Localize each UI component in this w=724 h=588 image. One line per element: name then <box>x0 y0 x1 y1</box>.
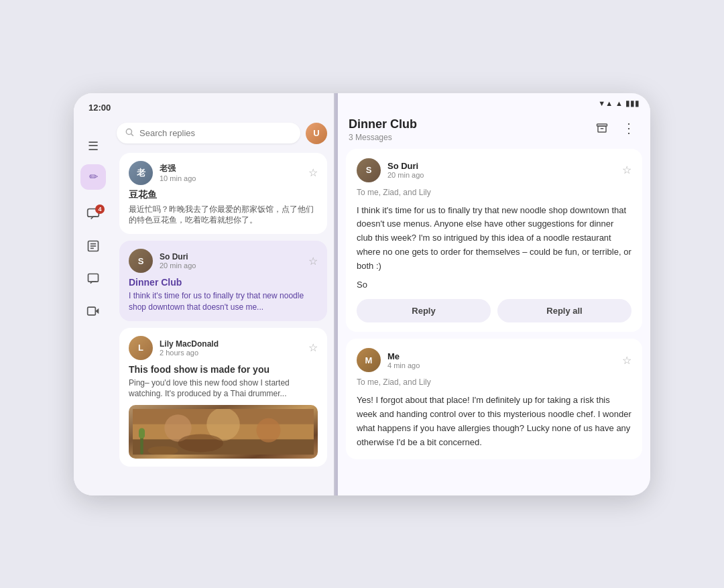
user-avatar[interactable]: U <box>306 123 327 144</box>
email-meta-1: So Duri 20 min ago <box>387 161 615 179</box>
sidebar-item-comments[interactable] <box>80 268 106 293</box>
more-button[interactable]: ⋮ <box>618 117 640 139</box>
svg-point-15 <box>257 418 281 443</box>
email-to-1: To me, Ziad, and Lily <box>357 188 631 197</box>
svg-line-9 <box>131 134 133 136</box>
device-frame: 12:00 ☰ ✏ 4 <box>74 93 650 495</box>
svg-rect-6 <box>88 307 96 315</box>
sidebar-item-chat[interactable]: 4 <box>80 203 106 229</box>
messages-list: U 老 老强 10 min ago ☆ 豆花鱼 最近忙吗？昨晚我去了你最爱的那家… <box>113 93 334 495</box>
email-card-1: S So Duri 20 min ago ☆ To me, Ziad, and … <box>346 149 642 333</box>
message-title-1: 豆花鱼 <box>129 189 318 201</box>
archive-button[interactable] <box>591 117 613 139</box>
message-title-2: Dinner Club <box>129 277 318 288</box>
sender-name-1: 老强 <box>160 163 302 174</box>
signal-icon: ▲ <box>615 99 623 107</box>
sidebar-item-video[interactable] <box>80 300 106 325</box>
search-input[interactable] <box>139 128 292 138</box>
thread-count: 3 Messages <box>349 133 417 142</box>
sender-name-2: So Duri <box>160 252 302 261</box>
message-title-3: This food show is made for you <box>129 364 318 375</box>
reply-all-button[interactable]: Reply all <box>497 299 631 322</box>
search-icon <box>125 127 134 139</box>
message-card-2[interactable]: S So Duri 20 min ago ☆ Dinner Club I thi… <box>119 241 327 321</box>
left-time: 12:00 <box>82 99 117 113</box>
card-meta-3: Lily MacDonald 2 hours ago <box>160 339 302 357</box>
menu-icon: ☰ <box>88 139 99 154</box>
svg-rect-5 <box>88 274 99 282</box>
email-body-2: Yes! I forgot about that place! I'm defi… <box>357 394 631 449</box>
email-star-2[interactable]: ☆ <box>622 354 631 367</box>
food-image <box>129 405 318 459</box>
star-icon-2[interactable]: ☆ <box>308 255 318 268</box>
search-bar[interactable] <box>117 123 300 143</box>
header-actions: ⋮ <box>591 117 640 139</box>
svg-point-16 <box>178 434 224 453</box>
sender-name-3: Lily MacDonald <box>160 339 302 349</box>
star-icon-3[interactable]: ☆ <box>308 341 318 354</box>
avatar-so: S <box>129 249 153 273</box>
email-sender-2: Me <box>387 351 615 361</box>
sidebar: 12:00 ☰ ✏ 4 <box>74 93 113 495</box>
thread-title: Dinner Club <box>349 117 417 131</box>
notes-icon <box>86 239 100 256</box>
email-sign-1: So <box>357 280 631 290</box>
chat-badge: 4 <box>95 204 105 214</box>
battery-icon: ▮▮▮ <box>625 99 640 108</box>
time-ago-2: 20 min ago <box>160 261 302 270</box>
reply-button[interactable]: Reply <box>357 299 491 322</box>
star-icon-1[interactable]: ☆ <box>308 166 318 179</box>
email-time-1: 20 min ago <box>387 171 615 179</box>
email-to-2: To me, Ziad, and Lily <box>357 377 631 387</box>
avatar-lao: 老 <box>129 161 153 185</box>
email-time-2: 4 min ago <box>387 361 615 369</box>
message-preview-3: Ping– you'd love this new food show I st… <box>129 377 318 400</box>
email-meta-2: Me 4 min ago <box>387 351 615 369</box>
svg-point-8 <box>126 129 131 134</box>
email-messages: S So Duri 20 min ago ☆ To me, Ziad, and … <box>338 149 650 495</box>
reply-actions: Reply Reply all <box>357 299 631 322</box>
time-ago-1: 10 min ago <box>160 174 302 182</box>
time-ago-3: 2 hours ago <box>160 349 302 357</box>
sidebar-item-menu[interactable]: ☰ <box>80 133 106 159</box>
email-star-1[interactable]: ☆ <box>622 164 631 176</box>
left-panel: 12:00 ☰ ✏ 4 <box>74 93 335 495</box>
email-body-1: I think it's time for us to finally try … <box>357 204 631 274</box>
email-avatar-so: S <box>357 158 381 182</box>
message-preview-1: 最近忙吗？昨晚我去了你最爱的那家饭馆，点了他们的特色豆花鱼，吃着吃着就想你了。 <box>129 204 318 227</box>
message-card-3[interactable]: L Lily MacDonald 2 hours ago ☆ This food… <box>119 328 327 467</box>
avatar-lily: L <box>129 336 153 360</box>
email-sender-1: So Duri <box>387 161 615 171</box>
wifi-icon: ▼▲ <box>598 99 613 107</box>
comment-icon <box>86 272 100 288</box>
message-card-1[interactable]: 老 老强 10 min ago ☆ 豆花鱼 最近忙吗？昨晚我去了你最爱的那家饭馆… <box>119 153 327 235</box>
svg-rect-18 <box>139 428 145 439</box>
thread-title-group: Dinner Club 3 Messages <box>349 117 417 142</box>
sidebar-item-compose[interactable]: ✏ <box>80 164 106 190</box>
message-preview-2: I think it's time for us to finally try … <box>129 290 318 313</box>
compose-icon: ✏ <box>89 170 98 183</box>
email-avatar-me: M <box>357 348 381 372</box>
thread-header: Dinner Club 3 Messages ⋮ <box>338 108 650 149</box>
video-icon <box>86 304 100 320</box>
email-card-2: M Me 4 min ago ☆ To me, Ziad, and Lily Y… <box>346 339 642 459</box>
card-meta-1: 老强 10 min ago <box>160 163 302 182</box>
card-meta-2: So Duri 20 min ago <box>160 252 302 270</box>
sidebar-item-notes[interactable] <box>80 235 106 261</box>
right-panel: ▼▲ ▲ ▮▮▮ Dinner Club 3 Messages ⋮ <box>338 93 650 495</box>
